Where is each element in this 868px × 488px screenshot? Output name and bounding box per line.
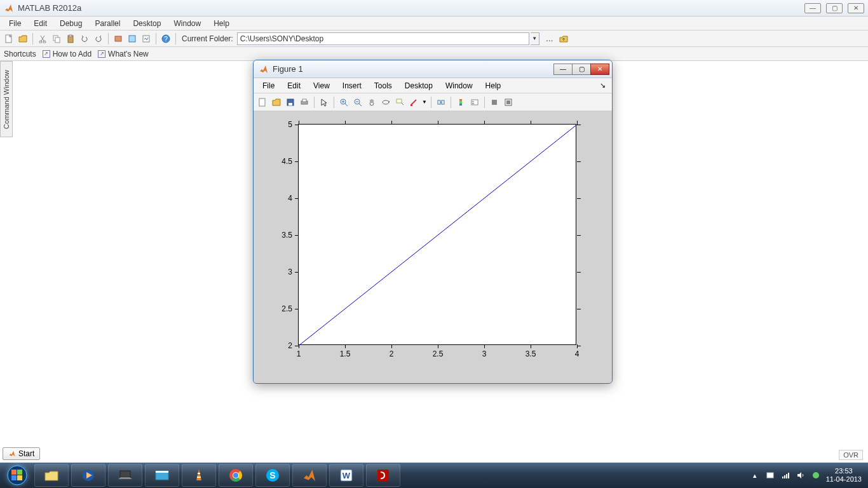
profiler-icon[interactable]	[140, 32, 153, 45]
taskbar-matlab-icon[interactable]	[292, 464, 327, 487]
x-tick-label: 3.5	[526, 349, 536, 358]
menu-file[interactable]: File	[3, 18, 27, 29]
current-folder-label: Current Folder:	[182, 34, 233, 43]
figure-close-button[interactable]: ✕	[590, 64, 609, 75]
tray-up-icon[interactable]: ▴	[750, 470, 760, 480]
y-tick-label: 5	[288, 120, 292, 129]
taskbar-acrobat-icon[interactable]	[366, 464, 400, 487]
cut-icon[interactable]	[36, 32, 49, 45]
taskbar-chrome-icon[interactable]	[219, 464, 253, 487]
tray-action-icon[interactable]	[765, 470, 775, 480]
figure-brush-icon[interactable]	[407, 96, 420, 109]
figure-title: Figure 1	[273, 64, 303, 74]
matlab-icon	[259, 64, 269, 74]
figure-datacursor-icon[interactable]	[393, 96, 406, 109]
command-window-tab-label: Command Window	[3, 70, 10, 129]
figure-titlebar[interactable]: Figure 1 — ▢ ✕	[254, 60, 612, 78]
up-folder-icon[interactable]	[557, 32, 570, 45]
figure-menu-file[interactable]: File	[256, 80, 281, 92]
svg-rect-33	[11, 475, 17, 480]
taskbar-browser-icon[interactable]	[145, 464, 179, 487]
figure-print-icon[interactable]	[298, 96, 311, 109]
figure-menu-insert[interactable]: Insert	[336, 80, 368, 92]
menu-window[interactable]: Window	[167, 18, 207, 29]
svg-rect-7	[115, 36, 121, 41]
menu-edit[interactable]: Edit	[27, 18, 53, 29]
x-tick-label: 2	[390, 349, 394, 358]
figure-minimize-button[interactable]: —	[553, 64, 573, 75]
menu-desktop[interactable]: Desktop	[126, 18, 167, 29]
figure-menu-tools[interactable]: Tools	[368, 80, 398, 92]
clock-date: 11-04-2013	[826, 475, 862, 484]
figure-open-icon[interactable]	[270, 96, 283, 109]
taskbar-mediaplayer-icon[interactable]	[71, 464, 105, 487]
shortcuts-bar: Shortcuts ↗How to Add ↗What's New	[0, 47, 868, 61]
taskbar-laptop-icon[interactable]	[108, 464, 142, 487]
figure-dropdown-icon[interactable]: ▼	[421, 96, 428, 109]
open-folder-icon[interactable]	[17, 32, 29, 45]
paste-icon[interactable]	[64, 32, 77, 45]
current-folder-dropdown[interactable]: ▼	[531, 32, 539, 45]
main-maximize-button[interactable]: ▢	[826, 3, 843, 13]
command-window-tab[interactable]: Command Window	[0, 61, 13, 137]
x-tick-label: 2.5	[433, 349, 444, 358]
menu-debug[interactable]: Debug	[53, 18, 88, 29]
figure-menu-desktop[interactable]: Desktop	[398, 80, 439, 92]
main-close-button[interactable]: ✕	[848, 3, 864, 13]
taskbar-clock[interactable]: 23:53 11-04-2013	[826, 467, 862, 484]
tray-network-icon[interactable]	[780, 470, 790, 480]
shortcut-whats-new[interactable]: ↗What's New	[98, 50, 149, 58]
redo-icon[interactable]	[92, 32, 105, 45]
svg-rect-31	[11, 470, 17, 475]
figure-rotate3d-icon[interactable]	[379, 96, 392, 109]
svg-text:S: S	[269, 470, 275, 480]
figure-menu-window[interactable]: Window	[439, 80, 479, 92]
figure-zoomin-icon[interactable]	[337, 96, 350, 109]
figure-hideplot-icon[interactable]	[488, 96, 501, 109]
browse-folder-icon[interactable]: …	[543, 32, 556, 45]
figure-save-icon[interactable]	[284, 96, 297, 109]
simulink-icon[interactable]	[112, 32, 125, 45]
taskbar-explorer-icon[interactable]	[34, 464, 69, 487]
matlab-icon	[4, 3, 14, 13]
copy-icon[interactable]	[50, 32, 63, 45]
matlab-start-button[interactable]: Start	[3, 447, 40, 460]
figure-legend-icon[interactable]	[468, 96, 481, 109]
figure-menu-edit[interactable]: Edit	[281, 80, 307, 92]
y-tick-label: 3	[288, 268, 292, 276]
windows-start-button[interactable]	[3, 463, 32, 487]
main-minimize-button[interactable]: —	[804, 3, 821, 13]
figure-showplot-icon[interactable]	[502, 96, 515, 109]
shortcut-how-to-add[interactable]: ↗How to Add	[43, 50, 92, 58]
help-icon[interactable]: ?	[159, 32, 172, 45]
svg-rect-51	[767, 473, 773, 478]
menu-help[interactable]: Help	[207, 18, 236, 29]
figure-menu-view[interactable]: View	[307, 80, 336, 92]
y-tick-label: 2.5	[281, 304, 292, 313]
shortcut-whats-new-label: What's New	[108, 50, 149, 58]
figure-new-icon[interactable]	[256, 96, 269, 109]
figure-pointer-icon[interactable]	[318, 96, 330, 109]
current-folder-input[interactable]	[237, 32, 529, 45]
menu-parallel[interactable]: Parallel	[88, 18, 126, 29]
svg-rect-28	[506, 100, 510, 104]
taskbar-vlc-icon[interactable]	[182, 464, 216, 487]
svg-rect-8	[129, 36, 135, 42]
figure-pan-icon[interactable]	[365, 96, 378, 109]
figure-colorbar-icon[interactable]	[454, 96, 467, 109]
new-file-icon[interactable]	[3, 32, 15, 45]
figure-zoomout-icon[interactable]	[351, 96, 364, 109]
figure-maximize-button[interactable]: ▢	[572, 64, 591, 75]
svg-rect-36	[120, 471, 130, 477]
svg-text:W: W	[342, 471, 351, 480]
svg-rect-21	[410, 104, 412, 106]
undo-icon[interactable]	[78, 32, 91, 45]
figure-link-icon[interactable]	[435, 96, 447, 109]
taskbar-skype-icon[interactable]: S	[255, 464, 290, 487]
figure-menu-help[interactable]: Help	[479, 80, 508, 92]
tray-misc-icon[interactable]	[811, 470, 821, 480]
figure-dock-button[interactable]: ↘	[596, 80, 609, 91]
guide-icon[interactable]	[126, 32, 139, 45]
tray-volume-icon[interactable]	[796, 470, 806, 480]
taskbar-word-icon[interactable]: W	[329, 464, 363, 487]
